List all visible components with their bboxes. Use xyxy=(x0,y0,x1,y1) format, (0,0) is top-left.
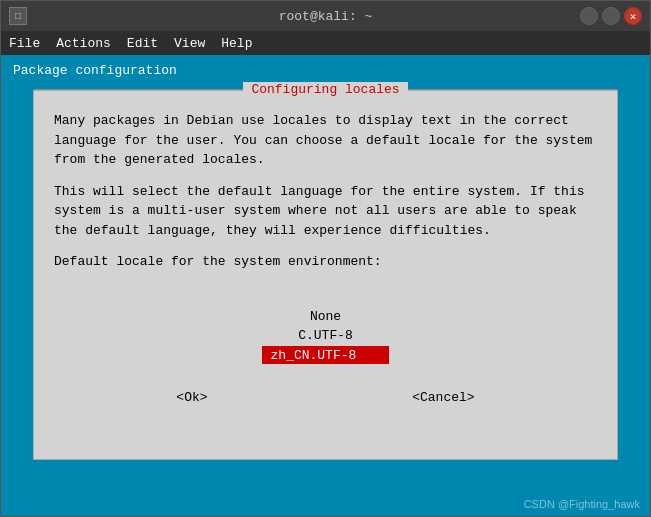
menu-file[interactable]: File xyxy=(9,36,40,51)
locale-none[interactable]: None xyxy=(302,308,349,325)
dialog-buttons: <Ok> <Cancel> xyxy=(34,380,617,423)
minimize-button[interactable] xyxy=(580,7,598,25)
dialog-title-bar: Configuring locales xyxy=(34,82,617,97)
selection-arrow: ◄ xyxy=(372,347,380,363)
title-bar: □ root@kali: ~ ✕ xyxy=(1,1,650,31)
dialog-box: Configuring locales Many packages in Deb… xyxy=(33,90,618,460)
window-title: root@kali: ~ xyxy=(279,9,373,24)
terminal-window: □ root@kali: ~ ✕ File Actions Edit View … xyxy=(0,0,651,517)
window-controls: ✕ xyxy=(580,7,642,25)
dialog-paragraph-1: Many packages in Debian use locales to d… xyxy=(54,111,597,170)
dialog-content: Many packages in Debian use locales to d… xyxy=(34,91,617,300)
dialog-title: Configuring locales xyxy=(243,82,407,97)
terminal-body: Package configuration Configuring locale… xyxy=(1,55,650,516)
close-button[interactable]: ✕ xyxy=(624,7,642,25)
terminal-icon: □ xyxy=(9,7,27,25)
menu-edit[interactable]: Edit xyxy=(127,36,158,51)
ok-button[interactable]: <Ok> xyxy=(164,388,219,407)
menu-actions[interactable]: Actions xyxy=(56,36,111,51)
dialog-prompt: Default locale for the system environmen… xyxy=(54,252,597,272)
menu-help[interactable]: Help xyxy=(221,36,252,51)
dialog-paragraph-2: This will select the default language fo… xyxy=(54,182,597,241)
locale-zhcn-utf8[interactable]: zh_CN.UTF-8 ◄ xyxy=(262,346,388,364)
locale-cutf8[interactable]: C.UTF-8 xyxy=(290,327,361,344)
menu-view[interactable]: View xyxy=(174,36,205,51)
package-config-label: Package configuration xyxy=(13,63,638,78)
cancel-button[interactable]: <Cancel> xyxy=(400,388,486,407)
menu-bar: File Actions Edit View Help xyxy=(1,31,650,55)
maximize-button[interactable] xyxy=(602,7,620,25)
watermark: CSDN @Fighting_hawk xyxy=(524,498,640,510)
title-line-left xyxy=(34,89,243,90)
locale-options: None C.UTF-8 zh_CN.UTF-8 ◄ xyxy=(34,308,617,364)
title-bar-left: □ xyxy=(9,7,35,25)
title-line-right xyxy=(408,89,617,90)
